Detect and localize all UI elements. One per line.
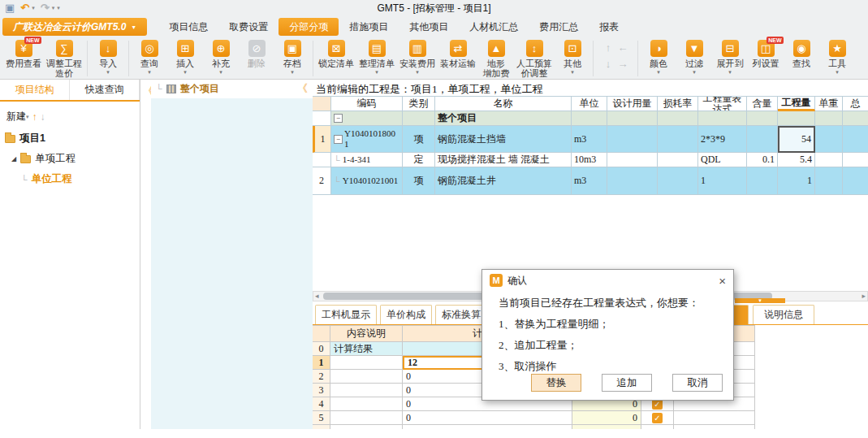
cell-qty[interactable]: 5.4 [778,153,815,167]
tab-measure-items[interactable]: 措施项目 [339,18,399,36]
tab-project-structure[interactable]: 项目结构 [0,80,70,100]
row-selector[interactable] [313,111,331,126]
tab-other-items[interactable]: 其他项目 [399,18,459,36]
cell-extra[interactable] [674,425,755,429]
cell-type[interactable]: 项 [403,167,435,195]
header-row-selector[interactable] [313,325,330,342]
move-down-icon[interactable]: ↓ [41,111,45,123]
labor-price-adjust-button[interactable]: ↕ 人工预算 价调整 [514,40,555,78]
header-unit-weight[interactable]: 单重 [815,96,843,111]
cell-type[interactable]: 定 [403,153,435,167]
replace-button[interactable]: 替换 [531,374,581,392]
collapse-minus-icon[interactable]: − [334,114,343,123]
cell-code[interactable]: −Y10401018001 [331,126,403,153]
cell-expr[interactable]: 1 [698,167,747,195]
dialog-title-bar[interactable]: M 确认 × [482,270,733,291]
cell-content[interactable] [747,167,778,195]
archive-button[interactable]: ▣ 存档 ▾ [274,40,310,75]
cell-total[interactable] [843,126,868,153]
cell-name[interactable]: 钢筋混凝土井 [435,167,572,195]
cell-qty[interactable] [778,111,815,126]
whole-project-header[interactable]: └ 整个项目 《 [151,80,313,98]
cell-loss-rate[interactable] [658,126,698,153]
cell-loss-rate[interactable] [658,167,698,195]
cell-total[interactable] [843,153,868,167]
header-code[interactable]: 编码 [331,96,403,111]
cell-type[interactable]: 项 [403,126,435,153]
table-row[interactable]: 1 −Y10401018001 项 钢筋混凝土挡墙 m3 2*3*9 54 [313,126,868,153]
row-selector[interactable] [313,425,330,429]
cell-extra[interactable] [674,411,755,425]
cell-code[interactable]: └ 1-4-341 [331,153,403,167]
cell-accumulate[interactable]: ✓ [641,411,674,425]
cell-code[interactable]: └ Y10401021001 [331,167,403,195]
find-button[interactable]: ◉ 查找 [784,40,819,68]
table-row-group[interactable]: − 整个项目 [313,111,868,126]
detail-row[interactable] [313,425,755,429]
supplement-button[interactable]: ⊕ 补充 ▾ [203,40,239,75]
tab-unit-price-composition[interactable]: 单价构成 [380,305,432,324]
scroll-left-icon[interactable]: ◂ [315,292,319,301]
header-total[interactable]: 总 [843,96,868,111]
header-unit[interactable]: 单位 [572,96,607,111]
cell-unit[interactable] [572,111,607,126]
cell-name[interactable]: 现场搅拌混凝土 墙 混凝土 [435,153,572,167]
cell-unit-weight[interactable] [815,167,843,195]
tree-item-unit-project[interactable]: └ 单位工程 [0,169,140,189]
header-design-qty[interactable]: 设计用量 [607,96,658,111]
tree-item-project[interactable]: 项目1 [0,128,140,149]
table-row[interactable]: 2 └ Y10401021001 项 钢筋混凝土井 m3 1 1 [313,167,868,195]
cell-accumulate[interactable] [641,425,674,429]
cell-desc[interactable] [330,411,403,425]
organize-list-button[interactable]: ▤ 整理清单 ▾ [356,40,397,75]
new-button[interactable]: 新建 [6,110,26,124]
row-selector[interactable]: 1 [313,356,330,370]
cell-loss-rate[interactable] [658,111,698,126]
cell-result[interactable] [572,425,641,429]
checked-checkbox-icon[interactable]: ✓ [652,413,663,423]
expand-to-button[interactable]: ⊟ 展开到 ▾ [712,40,748,75]
row-selector[interactable]: 1 [313,126,331,153]
cell-qty-selected[interactable]: 54 [778,126,815,153]
chevron-down-icon[interactable]: ▾ [26,114,29,120]
whole-project-body[interactable] [151,98,313,429]
panel-collapse-icon[interactable]: 《 [297,81,308,96]
lock-list-button[interactable]: ⊠ 锁定清单 [316,40,356,68]
row-selector[interactable]: 2 [313,370,330,384]
panel-splitter-handle[interactable]: ▾ [735,298,785,303]
cell-desc[interactable] [330,356,403,370]
terrain-fee-button[interactable]: ▲ 地形 增加费 [478,40,514,78]
cell-unit[interactable]: m3 [572,126,607,153]
tab-cost-summary[interactable]: 费用汇总 [529,18,589,36]
cell-expr[interactable] [403,425,572,429]
app-menu-button[interactable]: 广联达冶金云计价GMT5.0 ▼ [2,18,147,36]
row-selector[interactable]: 2 [313,167,331,195]
cell-name[interactable]: 钢筋混凝土挡墙 [435,126,572,153]
cell-code[interactable]: − [331,111,403,126]
cell-name[interactable]: 整个项目 [435,111,572,126]
cell-unit-weight[interactable] [815,153,843,167]
tab-labor-material-summary[interactable]: 人材机汇总 [459,18,529,36]
cell-unit-weight[interactable] [815,126,843,153]
tree-item-single-project[interactable]: ◢ 单项工程 [0,149,140,169]
header-type[interactable]: 类别 [403,96,435,111]
cell-desc[interactable] [330,397,403,411]
cell-result[interactable]: 0 [572,411,641,425]
header-quantity[interactable]: 工程量 [778,96,815,111]
row-selector[interactable] [313,153,331,167]
cell-content[interactable] [747,126,778,153]
filter-button[interactable]: ▼ 过滤 ▾ [676,40,712,75]
cell-total[interactable] [843,167,868,195]
collapse-minus-icon[interactable]: − [334,135,343,144]
row-selector[interactable]: 0 [313,342,330,356]
cell-content[interactable] [747,111,778,126]
cell-expr[interactable]: 0 [403,411,572,425]
header-loss-rate[interactable]: 损耗率 [658,96,698,111]
cell-expr[interactable]: 2*3*9 [698,126,747,153]
header-content[interactable]: 含量 [747,96,778,111]
header-row-selector[interactable] [313,96,331,111]
cell-desc[interactable] [330,425,403,429]
tab-subsection-items[interactable]: 分部分项 [279,18,339,36]
cell-expr[interactable] [698,111,747,126]
cell-qty[interactable]: 1 [778,167,815,195]
